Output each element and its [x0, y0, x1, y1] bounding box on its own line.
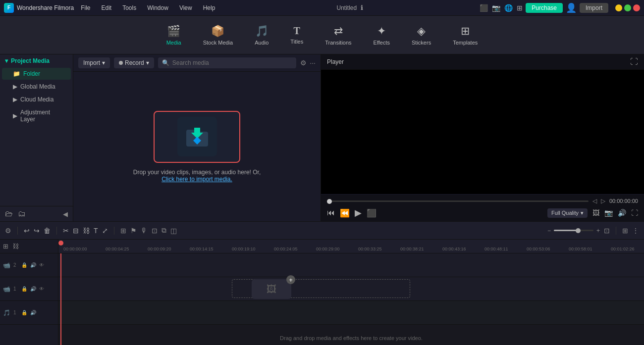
import-dropdown[interactable]: Import ▾ [78, 57, 110, 68]
fullscreen-icon[interactable]: ⛶ [631, 209, 638, 217]
timeline-settings-icon[interactable]: ⚙ [5, 227, 11, 235]
track-row-video1[interactable]: 🖼 + [58, 277, 644, 301]
volume-icon[interactable]: 🔊 [618, 209, 626, 217]
purchase-button[interactable]: Purchase [526, 3, 563, 13]
tool-transitions[interactable]: ⇄ Transitions [319, 22, 357, 49]
drop-link[interactable]: Click here to import media. [161, 176, 232, 183]
tool-media[interactable]: 🎬 Media [161, 22, 187, 49]
zoom-out-icon[interactable]: − [547, 227, 551, 234]
web-icon[interactable]: 🌐 [504, 4, 513, 12]
separator-3 [114, 227, 114, 235]
video2-eye-icon[interactable]: 👁 [39, 262, 44, 268]
user-avatar[interactable]: 👤 [566, 2, 577, 13]
panel-adjustment-label: Adjustment Layer [20, 109, 66, 123]
panel-item-adjustment-layer[interactable]: ▶ Adjustment Layer [2, 106, 71, 125]
more-tl-icon[interactable]: ⋮ [632, 227, 639, 235]
grid-icon[interactable]: ⊞ [517, 4, 523, 12]
ruler-mark-6: 00:00:29:00 [316, 246, 358, 251]
audio1-lock-icon[interactable]: 🔒 [21, 310, 27, 315]
add-folder-icon[interactable]: 🗁 [5, 209, 13, 218]
player-expand-icon[interactable]: ⛶ [630, 57, 638, 66]
track-row-audio1[interactable] [58, 301, 644, 325]
more-options-icon[interactable]: ··· [310, 59, 316, 67]
menu-help[interactable]: Help [198, 3, 220, 12]
split-icon[interactable]: ⊟ [73, 227, 79, 235]
ruler-mark-5: 00:00:24:05 [274, 246, 316, 251]
tool-stickers[interactable]: ◈ Stickers [406, 22, 437, 49]
menu-window[interactable]: Window [142, 3, 173, 12]
compound-icon[interactable]: ◫ [170, 227, 177, 235]
menu-edit[interactable]: Edit [97, 3, 117, 12]
progress-track[interactable] [327, 200, 589, 202]
menu-file[interactable]: File [76, 3, 95, 12]
track-label-video1: 📹 1 🔒 🔊 👁 [0, 277, 58, 301]
tool-templates[interactable]: ⊞ Templates [447, 22, 483, 49]
transitions-icon: ⇄ [334, 25, 343, 38]
snapshot-icon[interactable]: 📷 [604, 209, 613, 217]
zoom-in-icon[interactable]: + [596, 227, 600, 234]
search-input[interactable] [172, 59, 293, 66]
tool-effects[interactable]: ✦ Effects [368, 22, 396, 49]
snap-icon[interactable]: ⊞ [120, 227, 126, 235]
screen-icon[interactable]: ⬛ [480, 4, 488, 12]
minimize-button[interactable] [615, 4, 622, 11]
track-row-video2[interactable] [58, 253, 644, 277]
menu-tools[interactable]: Tools [117, 3, 141, 12]
panel-item-cloud-media[interactable]: ▶ Cloud Media [2, 94, 71, 105]
maximize-button[interactable] [624, 4, 631, 11]
panel-item-global-media[interactable]: ▶ Global Media [2, 81, 71, 93]
quality-dropdown[interactable]: Full Quality ▾ [547, 208, 588, 218]
text-icon[interactable]: T [94, 227, 98, 235]
zoom-track[interactable] [554, 230, 593, 231]
tool-audio[interactable]: 🎵 Audio [249, 22, 274, 49]
zoom-thumb[interactable] [576, 228, 581, 233]
filter-icon[interactable]: ⚙ [300, 59, 307, 67]
progress-thumb[interactable] [327, 199, 332, 204]
record-icon[interactable]: 🎙 [141, 227, 148, 235]
frame-back-icon[interactable]: ⏪ [340, 208, 350, 218]
record-dropdown[interactable]: Record ▾ [114, 57, 154, 68]
menu-view[interactable]: View [174, 3, 197, 12]
tool-stock-media[interactable]: 📦 Stock Media [197, 22, 239, 49]
video1-lock-icon[interactable]: 🔒 [21, 286, 27, 292]
timeline-body: ⊞ ⛓ 📹 2 🔒 🔊 👁 📹 1 🔒 🔊 👁 🎵 [0, 240, 644, 345]
audio1-sound-icon[interactable]: 🔊 [30, 310, 36, 315]
stop-icon[interactable]: ⬛ [367, 208, 376, 218]
step-back-icon[interactable]: ⏮ [327, 208, 335, 217]
player-screen [321, 70, 644, 194]
close-button[interactable] [633, 4, 640, 11]
cut-icon[interactable]: ✂ [63, 227, 69, 235]
prev-frame-icon[interactable]: ◁ [592, 197, 597, 204]
split-screen-icon[interactable]: ⧉ [161, 226, 166, 235]
import-button[interactable]: Import [580, 3, 608, 13]
add-track-icon[interactable]: ⊞ [3, 243, 8, 250]
tl-more-icon[interactable]: ⊡ [152, 227, 158, 235]
delete-icon[interactable]: 🗑 [44, 227, 51, 235]
panel-item-folder[interactable]: 📁 Folder [2, 68, 71, 80]
tool-titles[interactable]: T Titles [284, 22, 309, 48]
video1-sound-icon[interactable]: 🔊 [30, 286, 36, 292]
transform-icon[interactable]: ⤢ [102, 227, 108, 235]
ruler-mark-11: 00:00:53:06 [527, 246, 569, 251]
titlebar-right: ⬛ 📷 🌐 ⊞ Purchase 👤 Import [480, 2, 640, 13]
fit-timeline-icon[interactable]: ⊡ [604, 227, 610, 235]
app-name: Wondershare Filmora [17, 4, 74, 11]
layout-icon[interactable]: ⊞ [622, 227, 628, 235]
collapse-panel-icon[interactable]: ◀ [63, 210, 68, 218]
import-label: Import [83, 59, 100, 66]
link-icon[interactable]: ⛓ [83, 227, 90, 235]
video1-eye-icon[interactable]: 👁 [39, 286, 44, 292]
screenshot-icon[interactable]: 🖼 [592, 209, 599, 217]
link-tracks-icon[interactable]: ⛓ [12, 243, 19, 250]
redo-icon[interactable]: ↪ [34, 227, 40, 235]
undo-icon[interactable]: ↩ [24, 227, 30, 235]
video2-sound-icon[interactable]: 🔊 [30, 262, 36, 268]
next-frame-icon[interactable]: ▷ [601, 197, 605, 204]
video2-lock-icon[interactable]: 🔒 [21, 262, 27, 268]
marker-icon[interactable]: ⚑ [130, 227, 137, 235]
ruler-mark-0: 00:00:00:00 [63, 246, 106, 251]
add-media-btn[interactable]: + [286, 275, 295, 284]
camera-icon[interactable]: 📷 [492, 4, 500, 12]
play-icon[interactable]: ▶ [355, 207, 362, 218]
delete-folder-icon[interactable]: 🗂 [18, 209, 26, 218]
